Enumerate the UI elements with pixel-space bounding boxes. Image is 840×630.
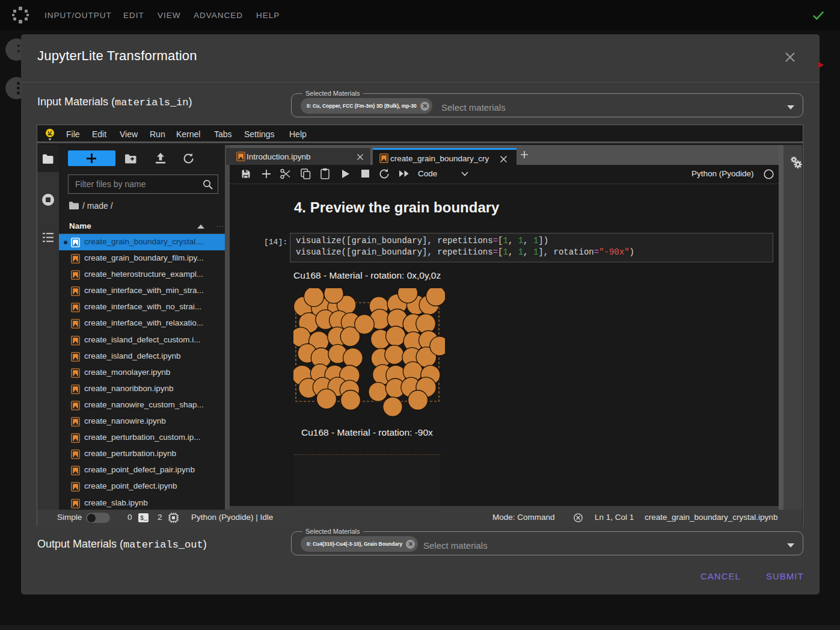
svg-text:$_: $_ — [140, 515, 148, 522]
